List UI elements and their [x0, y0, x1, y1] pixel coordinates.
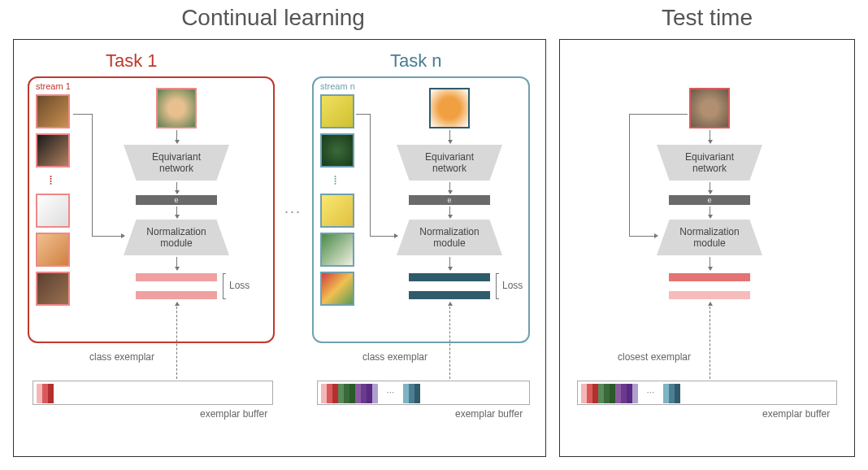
connector [92, 236, 124, 237]
taskn-buffer-label: exemplar buffer [455, 408, 523, 420]
arrow-head [121, 233, 125, 238]
task1-stream-label: stream 1 [36, 81, 71, 91]
taskn-class-exemplar-label: class exemplar [362, 351, 427, 363]
test-exemplar-buffer: ··· [577, 381, 837, 405]
arrow-head [654, 233, 658, 238]
arrow [176, 130, 177, 143]
taskn-input-thumb [429, 88, 470, 128]
task1-equivariant-network: Equivariant network [124, 145, 229, 181]
taskn-title: Task n [390, 50, 442, 72]
arrow [449, 130, 450, 143]
arrow [176, 207, 177, 218]
taskn-stream-thumb-2 [320, 133, 354, 168]
task1-dashed-arrow [176, 302, 177, 379]
taskn-loss-bracket [496, 273, 499, 299]
task1-buffer-label: exemplar buffer [200, 408, 267, 420]
taskn-equivariant-network: Equivariant network [397, 145, 502, 181]
connector [356, 114, 371, 115]
task1-feature-bar: e [136, 195, 217, 205]
connector [629, 236, 657, 237]
taskn-feature-bar: e [409, 195, 490, 205]
arrow [710, 130, 710, 143]
task1-stream-thumb-3 [36, 194, 70, 228]
taskn-dashed-arrow [449, 302, 450, 379]
taskn-vertical-dots-1: ⁞ [333, 172, 338, 188]
continual-learning-title: Continual learning [0, 5, 546, 31]
tasks-ellipsis: ··· [284, 203, 302, 220]
taskn-exemplar-buffer: ··· [317, 381, 530, 405]
connector [629, 114, 630, 236]
task1-title: Task 1 [106, 50, 158, 72]
task1-class-exemplar-label: class exemplar [89, 351, 154, 363]
taskn-stream-thumb-4 [320, 233, 354, 267]
arrow-head [394, 233, 398, 238]
connector [92, 114, 93, 236]
task1-stream-thumb-2 [36, 133, 70, 168]
connector [73, 114, 93, 115]
task1-input-thumb [156, 88, 197, 128]
arrow [176, 257, 177, 270]
task1-loss-bracket [223, 273, 226, 299]
arrow [449, 257, 450, 270]
task1-normalization-module: Normalization module [124, 220, 229, 255]
test-feature-bar: e [669, 195, 750, 205]
test-output-bar-1 [669, 273, 750, 281]
task1-stream-thumb-5 [36, 272, 70, 306]
arrow [449, 182, 450, 194]
connector [370, 114, 371, 236]
taskn-output-bar-2 [409, 291, 490, 299]
taskn-stream-thumb-3 [320, 194, 354, 228]
task1-output-bar-1 [136, 273, 217, 281]
test-closest-exemplar-label: closest exemplar [618, 351, 691, 363]
taskn-stream-thumb-1 [320, 94, 354, 128]
arrow [710, 257, 710, 270]
connector [629, 114, 688, 115]
connector [370, 236, 397, 237]
task1-loss-label: Loss [229, 280, 250, 291]
test-time-title: Test time [546, 5, 868, 31]
test-input-thumb [689, 88, 730, 128]
taskn-output-bar-1 [409, 273, 490, 281]
taskn-normalization-module: Normalization module [397, 220, 502, 255]
test-normalization-module: Normalization module [657, 220, 762, 255]
task1-stream-thumb-1 [36, 94, 70, 128]
taskn-stream-thumb-5 [320, 272, 354, 306]
arrow [176, 182, 177, 194]
task1-vertical-dots-1: ⁞ [49, 172, 54, 188]
task1-stream-thumb-4 [36, 233, 70, 267]
test-output-bar-2 [669, 291, 750, 299]
test-equivariant-network: Equivariant network [657, 145, 762, 181]
task1-output-bar-2 [136, 291, 217, 299]
task1-exemplar-buffer [33, 381, 273, 405]
taskn-loss-label: Loss [502, 280, 523, 291]
arrow [710, 207, 710, 218]
test-buffer-label: exemplar buffer [762, 408, 830, 420]
arrow [710, 182, 710, 194]
taskn-stream-label: stream n [320, 81, 355, 91]
arrow [449, 207, 450, 218]
test-dashed-arrow [710, 302, 710, 379]
